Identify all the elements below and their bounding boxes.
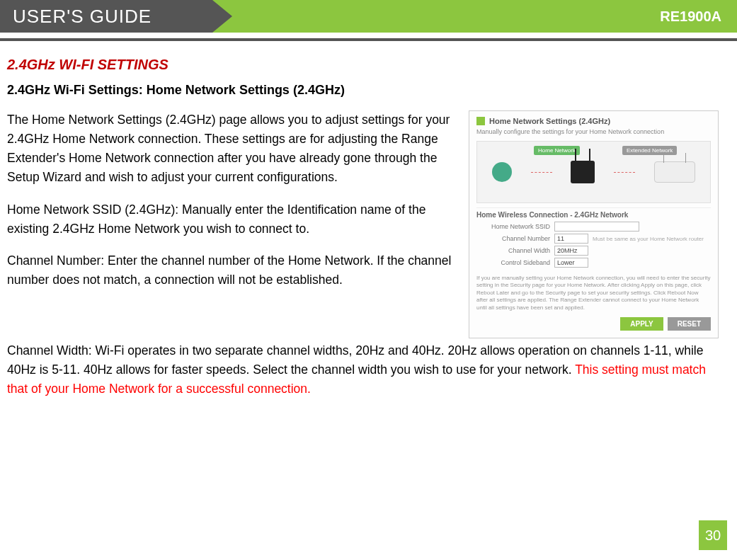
- field-row-ssid: Home Network SSID: [476, 222, 711, 232]
- section-heading: 2.4GHz WI-FI SETTINGS: [7, 57, 719, 73]
- model-number: RE1900A: [212, 0, 737, 33]
- extender-icon: [654, 161, 695, 183]
- screenshot-accent-icon: [476, 117, 485, 125]
- field-row-channel: Channel Number Must be same as your Home…: [476, 234, 711, 244]
- paragraph-channel: Channel Number: Enter the channel number…: [7, 251, 455, 290]
- connection-line: [531, 172, 552, 173]
- sideband-label: Control Sideband: [476, 259, 550, 266]
- field-row-sideband: Control Sideband: [476, 258, 711, 268]
- page-content: 2.4GHz WI-FI SETTINGS 2.4GHz Wi-Fi Setti…: [0, 41, 737, 406]
- width-label: Channel Width: [476, 247, 550, 254]
- sub-heading: 2.4GHz Wi-Fi Settings: Home Network Sett…: [7, 83, 719, 98]
- paragraph-channel-width: Channel Width: Wi-Fi operates in two sep…: [7, 341, 719, 399]
- width-select[interactable]: [554, 246, 588, 256]
- home-network-banner: Home Network: [534, 146, 580, 155]
- body-text-column: The Home Network Settings (2.4GHz) page …: [7, 110, 455, 302]
- apply-button[interactable]: APPLY: [620, 317, 663, 331]
- guide-title: USER'S GUIDE: [0, 0, 212, 33]
- ssid-input[interactable]: [554, 222, 639, 232]
- screenshot-subtitle: Manually configure the settings for your…: [476, 128, 711, 135]
- sideband-select[interactable]: [554, 258, 588, 268]
- screenshot-title: Home Network Settings (2.4GHz): [489, 117, 610, 125]
- router-icon: [571, 161, 595, 183]
- screenshot-section-label: Home Wireless Connection - 2.4GHz Networ…: [476, 207, 711, 219]
- globe-icon: [492, 162, 512, 182]
- paragraph-ssid: Home Network SSID (2.4GHz): Manually ent…: [7, 200, 455, 239]
- page-header: USER'S GUIDE RE1900A: [0, 0, 737, 33]
- screenshot-note: If you are manually setting your Home Ne…: [476, 275, 711, 312]
- channel-label: Channel Number: [476, 235, 550, 242]
- network-diagram: Home Network Extended Network: [476, 141, 711, 203]
- field-row-width: Channel Width: [476, 246, 711, 256]
- paragraph-intro: The Home Network Settings (2.4GHz) page …: [7, 110, 455, 188]
- channel-hint: Must be same as your Home Network router: [593, 236, 704, 242]
- connection-line: [614, 172, 635, 173]
- extended-network-banner: Extended Network: [622, 146, 677, 155]
- reset-button[interactable]: RESET: [668, 317, 711, 331]
- ssid-label: Home Network SSID: [476, 223, 550, 230]
- page-number: 30: [699, 520, 727, 550]
- settings-screenshot: Home Network Settings (2.4GHz) Manually …: [469, 110, 719, 338]
- channel-select[interactable]: [554, 234, 588, 244]
